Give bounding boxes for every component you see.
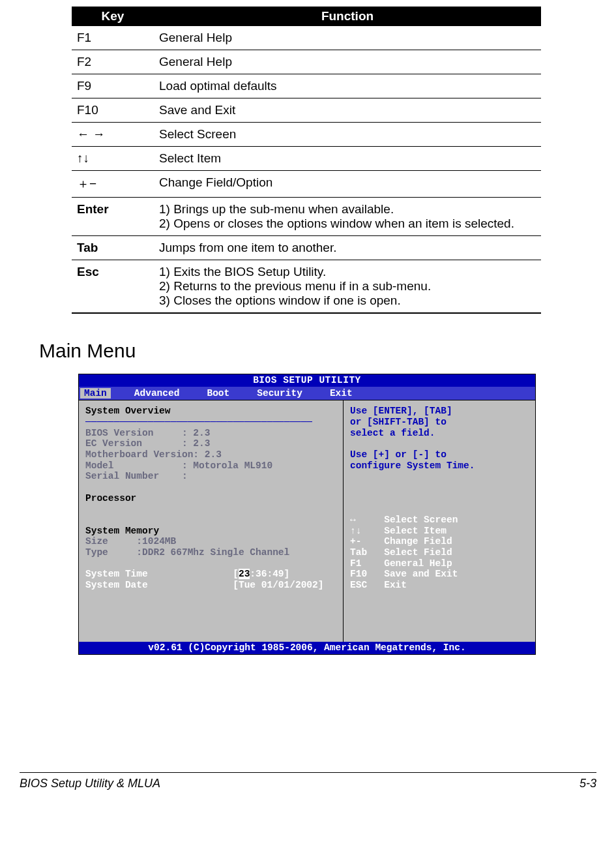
- divider-line: ────────────────────────────────────────: [85, 417, 312, 427]
- function-cell: Save and Exit: [154, 98, 541, 123]
- mem-type-label: Type: [85, 547, 108, 558]
- footer-left: BIOS Setup Utility & MLUA: [20, 777, 160, 790]
- table-header-function: Function: [154, 7, 541, 26]
- function-cell: Jumps from one item to another.: [154, 236, 541, 260]
- key-cell: Enter: [72, 198, 154, 236]
- bios-screenshot: BIOS SETUP UTILITY MainAdvancedBootSecur…: [78, 374, 536, 655]
- system-overview-label: System Overview: [85, 406, 171, 416]
- table-row: Esc1) Exits the BIOS Setup Utility. 2) R…: [72, 260, 541, 314]
- bios-tab-advanced: Advanced: [130, 388, 184, 399]
- key-cell: F2: [72, 50, 154, 74]
- help-line-1: Use [ENTER], [TAB]: [350, 406, 452, 416]
- mb-version-value: 2.3: [205, 449, 222, 460]
- key-cell: Esc: [72, 260, 154, 314]
- table-row: F10Save and Exit: [72, 98, 541, 123]
- key-cell: Tab: [72, 236, 154, 260]
- key-cell: F10: [72, 98, 154, 123]
- processor-label: Processor: [85, 493, 136, 504]
- function-cell: 1) Exits the BIOS Setup Utility. 2) Retu…: [154, 260, 541, 314]
- bios-footer: v02.61 (C)Copyright 1985-2006, American …: [79, 642, 535, 654]
- bios-title: BIOS SETUP UTILITY: [79, 374, 535, 387]
- system-time-label: System Time: [85, 569, 148, 579]
- mem-type-value: DDR2 667Mhz Single Channel: [142, 547, 289, 558]
- model-label: Model: [85, 460, 114, 471]
- help-line-2: or [SHIFT-TAB] to: [350, 417, 447, 427]
- function-cell: Change Field/Option: [154, 171, 541, 198]
- bios-version-value: 2.3: [193, 428, 210, 438]
- table-row: ↑↓Select Item: [72, 147, 541, 171]
- help-line-3: select a field.: [350, 428, 435, 438]
- table-row: ← →Select Screen: [72, 123, 541, 147]
- bios-tab-boot: Boot: [203, 388, 233, 399]
- system-memory-label: System Memory: [85, 526, 159, 536]
- table-row: F2General Help: [72, 50, 541, 74]
- function-cell: Select Item: [154, 147, 541, 171]
- key-cell: ↑↓: [72, 147, 154, 171]
- function-cell: 1) Brings up the sub-menu when available…: [154, 198, 541, 236]
- page-footer: BIOS Setup Utility & MLUA 5-3: [20, 772, 596, 790]
- mem-size-value: 1024MB: [142, 536, 176, 547]
- system-time-hours: 23: [239, 569, 250, 579]
- ec-version-value: 2.3: [193, 438, 210, 449]
- function-cell: Select Screen: [154, 123, 541, 147]
- key-function-table: Key Function F1General HelpF2General Hel…: [72, 7, 541, 314]
- table-row: F1General Help: [72, 26, 541, 50]
- function-cell: General Help: [154, 50, 541, 74]
- footer-right: 5-3: [579, 777, 596, 790]
- model-value: Motorola ML910: [193, 460, 272, 471]
- bios-help-pane: Use [ENTER], [TAB] or [SHIFT-TAB] to sel…: [344, 400, 535, 642]
- key-cell: F1: [72, 26, 154, 50]
- bios-tab-security: Security: [253, 388, 306, 399]
- help-line-5: configure System Time.: [350, 460, 475, 471]
- system-date-label: System Date: [85, 580, 148, 590]
- bios-tab-exit: Exit: [326, 388, 357, 399]
- bios-left-pane: System Overview ────────────────────────…: [79, 400, 344, 642]
- table-header-key: Key: [72, 7, 154, 26]
- bios-tab-main: Main: [80, 388, 111, 399]
- key-cell: ＋−: [72, 171, 154, 198]
- help-line-4: Use [+] or [-] to: [350, 449, 447, 460]
- mem-size-label: Size: [85, 536, 108, 547]
- main-menu-heading: Main Menu: [39, 340, 596, 362]
- table-row: TabJumps from one item to another.: [72, 236, 541, 260]
- table-row: F9Load optimal defaults: [72, 74, 541, 98]
- system-date-value: [Tue 01/01/2002]: [233, 580, 323, 590]
- system-time-rest: :36:49]: [250, 569, 289, 579]
- bios-tab-bar: MainAdvancedBootSecurityExit: [79, 387, 535, 400]
- serial-label: Serial Number: [85, 471, 159, 481]
- mb-version-label: Motherboard Version:: [85, 449, 199, 460]
- key-cell: F9: [72, 74, 154, 98]
- function-cell: General Help: [154, 26, 541, 50]
- table-row: ＋−Change Field/Option: [72, 171, 541, 198]
- bios-version-label: BIOS Version: [85, 428, 153, 438]
- table-row: Enter1) Brings up the sub-menu when avai…: [72, 198, 541, 236]
- ec-version-label: EC Version: [85, 438, 142, 449]
- function-cell: Load optimal defaults: [154, 74, 541, 98]
- key-cell: ← →: [72, 123, 154, 147]
